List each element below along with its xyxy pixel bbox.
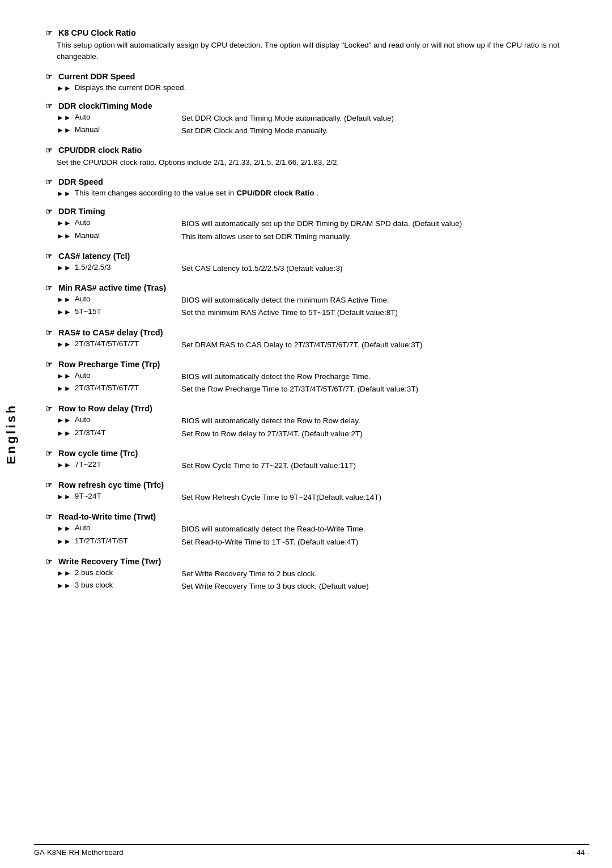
section-cpu-ddr-clock-ratio: ☞CPU/DDR clock RatioSet the CPU/DDR cloc… xyxy=(45,146,589,168)
option-row: ►►9T~24TSet Row Refresh Cycle Time to 9T… xyxy=(57,492,589,503)
section-title-ddr-timing: ☞DDR Timing xyxy=(45,207,589,216)
option-key: ►►Auto xyxy=(57,218,181,227)
option-val: Set Row to Row delay to 2T/3T/4T. (Defau… xyxy=(181,428,589,440)
section-desc-cpu-ddr-clock-ratio: Set the CPU/DDR clock ratio. Options inc… xyxy=(57,157,589,168)
dbl-arrow-icon: ►► xyxy=(57,295,71,304)
section-title-ddr-clock-timing-mode: ☞DDR clock/Timing Mode xyxy=(45,101,589,110)
sidebar-label: English xyxy=(0,0,23,868)
option-val: Set Write Recovery Time to 2 bus clock. xyxy=(181,568,589,580)
option-key-text: ►►Displays the current DDR speed. xyxy=(57,83,589,92)
section-title-text: Row to Row delay (Trrd) xyxy=(58,404,152,413)
section-cas-latency: ☞CAS# latency (Tcl)►►1.5/2/2.5/3Set CAS … xyxy=(45,252,589,274)
section-arrow: ☞ xyxy=(45,557,53,566)
section-title-row-to-row-delay: ☞Row to Row delay (Trrd) xyxy=(45,404,589,413)
section-title-text: Row Precharge Time (Trp) xyxy=(58,360,160,369)
section-write-recovery-time: ☞Write Recovery Time (Twr)►►2 bus clockS… xyxy=(45,557,589,593)
option-key: ►►Auto xyxy=(57,371,181,380)
section-read-to-write-time: ☞Read-to-Write time (Trwt)►►AutoBIOS wil… xyxy=(45,512,589,548)
section-title-ras-to-cas-delay: ☞RAS# to CAS# delay (Trcd) xyxy=(45,328,589,337)
section-k8-cpu-clock-ratio: ☞K8 CPU Clock RatioThis setup option wil… xyxy=(45,28,589,63)
section-min-ras-active-time: ☞Min RAS# active time (Tras)►►AutoBIOS w… xyxy=(45,283,589,319)
option-key: ►►Auto xyxy=(57,295,181,304)
dbl-arrow-icon: ►► xyxy=(57,263,71,272)
option-row: ►►3 bus clockSet Write Recovery Time to … xyxy=(57,581,589,592)
section-title-cas-latency: ☞CAS# latency (Tcl) xyxy=(45,252,589,261)
dbl-arrow-icon: ►► xyxy=(57,126,71,134)
option-row: ►►AutoBIOS will automatically detect the… xyxy=(57,524,589,535)
section-title-text: RAS# to CAS# delay (Trcd) xyxy=(58,328,163,337)
section-arrow: ☞ xyxy=(45,28,53,37)
option-row: ►►2T/3T/4TSet Row to Row delay to 2T/3T/… xyxy=(57,428,589,440)
footer: GA-K8NE-RH Motherboard - 44 - xyxy=(34,844,589,857)
section-arrow: ☞ xyxy=(45,252,53,261)
option-row: ►►AutoSet DDR Clock and Timing Mode auto… xyxy=(57,113,589,124)
option-key: ►►Manual xyxy=(57,231,181,240)
option-val: This item allows user to set DDR Timing … xyxy=(181,231,589,242)
option-key: ►►Auto xyxy=(57,113,181,122)
dbl-arrow-icon: ►► xyxy=(57,189,71,198)
dbl-arrow-icon: ►► xyxy=(57,219,71,227)
dbl-arrow-icon: ►► xyxy=(57,416,71,424)
option-key: ►►7T~22T xyxy=(57,460,181,469)
section-current-ddr-speed: ☞Current DDR Speed►►Displays the current… xyxy=(45,72,589,92)
option-val: Set CAS Latency to1.5/2/2.5/3 (Default v… xyxy=(181,263,589,274)
section-arrow: ☞ xyxy=(45,360,53,369)
dbl-arrow-icon: ►► xyxy=(57,340,71,348)
section-title-current-ddr-speed: ☞Current DDR Speed xyxy=(45,72,589,81)
section-title-k8-cpu-clock-ratio: ☞K8 CPU Clock Ratio xyxy=(45,28,589,37)
option-key: ►►1T/2T/3T/4T/5T xyxy=(57,537,181,546)
option-row: ►►AutoBIOS will automatically detect the… xyxy=(57,415,589,427)
option-key: ►►Manual xyxy=(57,125,181,134)
option-key: ►►5T~15T xyxy=(57,307,181,316)
section-row-to-row-delay: ☞Row to Row delay (Trrd)►►AutoBIOS will … xyxy=(45,404,589,440)
section-desc-k8-cpu-clock-ratio: This setup option will automatically ass… xyxy=(57,40,589,63)
option-val: Set the Row Precharge Time to 2T/3T/4T/5… xyxy=(181,384,589,395)
dbl-arrow-icon: ►► xyxy=(57,569,71,577)
section-title-text: DDR Timing xyxy=(58,207,105,216)
option-val: Set Write Recovery Time to 3 bus clock. … xyxy=(181,581,589,592)
section-title-ddr-speed: ☞DDR Speed xyxy=(45,177,589,186)
section-title-text: CPU/DDR clock Ratio xyxy=(58,146,142,155)
option-val: Set DDR Clock and Timing Mode automatica… xyxy=(181,113,589,124)
option-val: Set Row Cycle Time to 7T~22T. (Default v… xyxy=(181,460,589,471)
section-title-text: CAS# latency (Tcl) xyxy=(58,252,130,261)
main-content: ☞K8 CPU Clock RatioThis setup option wil… xyxy=(45,0,589,635)
dbl-arrow-icon: ►► xyxy=(57,232,71,240)
section-arrow: ☞ xyxy=(45,146,53,155)
section-title-text: DDR clock/Timing Mode xyxy=(58,101,152,110)
section-title-read-to-write-time: ☞Read-to-Write time (Trwt) xyxy=(45,512,589,521)
option-key: ►►Auto xyxy=(57,415,181,424)
option-row: ►►ManualThis item allows user to set DDR… xyxy=(57,231,589,242)
dbl-arrow-icon: ►► xyxy=(57,537,71,546)
section-arrow: ☞ xyxy=(45,328,53,337)
dbl-arrow-icon: ►► xyxy=(57,524,71,533)
section-arrow: ☞ xyxy=(45,177,53,186)
option-val: BIOS will automatically detect the minim… xyxy=(181,295,589,306)
option-row: ►►AutoBIOS will automatically detect the… xyxy=(57,371,589,382)
option-key: ►►3 bus clock xyxy=(57,581,181,590)
option-key: ►►2T/3T/4T xyxy=(57,428,181,437)
dbl-arrow-icon: ►► xyxy=(57,308,71,316)
option-row: ►►2 bus clockSet Write Recovery Time to … xyxy=(57,568,589,580)
footer-page: - 44 - xyxy=(572,848,589,857)
option-row: ►►1.5/2/2.5/3Set CAS Latency to1.5/2/2.5… xyxy=(57,263,589,274)
option-key: ►►Auto xyxy=(57,524,181,533)
option-val: Set the minimum RAS Active Time to 5T~15… xyxy=(181,307,589,318)
option-row: ►►2T/3T/4T/5T/6T/7TSet DRAM RAS to CAS D… xyxy=(57,339,589,351)
section-title-text: Current DDR Speed xyxy=(58,72,135,81)
option-row: ►►5T~15TSet the minimum RAS Active Time … xyxy=(57,307,589,318)
section-title-text: Row cycle time (Trc) xyxy=(58,449,138,458)
section-title-row-cycle-time: ☞Row cycle time (Trc) xyxy=(45,449,589,458)
option-row: ►►AutoBIOS will automatically set up the… xyxy=(57,218,589,229)
option-key-text: ►►This item changes according to the val… xyxy=(57,189,589,198)
option-row: ►►7T~22TSet Row Cycle Time to 7T~22T. (D… xyxy=(57,460,589,471)
section-arrow: ☞ xyxy=(45,72,53,81)
option-key: ►►2T/3T/4T/5T/6T/7T xyxy=(57,339,181,348)
section-title-row-refresh-cyc-time: ☞Row refresh cyc time (Trfc) xyxy=(45,480,589,490)
section-arrow: ☞ xyxy=(45,207,53,216)
option-row: ►►ManualSet DDR Clock and Timing Mode ma… xyxy=(57,125,589,137)
option-val: Set DRAM RAS to CAS Delay to 2T/3T/4T/5T… xyxy=(181,339,589,351)
option-val: Set DDR Clock and Timing Mode manually. xyxy=(181,125,589,137)
option-row: ►►2T/3T/4T/5T/6T/7TSet the Row Precharge… xyxy=(57,384,589,395)
dbl-arrow-icon: ►► xyxy=(57,384,71,393)
